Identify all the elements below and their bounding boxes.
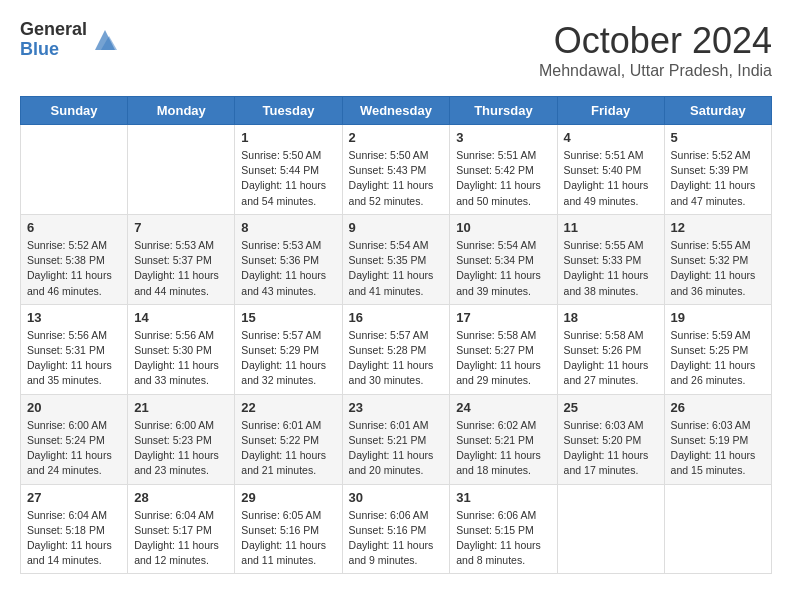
day-info: Sunrise: 6:04 AM Sunset: 5:17 PM Dayligh… [134,508,228,569]
page-header: General Blue October 2024 Mehndawal, Utt… [20,20,772,80]
day-number: 13 [27,310,121,325]
day-info: Sunrise: 5:50 AM Sunset: 5:43 PM Dayligh… [349,148,444,209]
calendar-day-cell: 31Sunrise: 6:06 AM Sunset: 5:15 PM Dayli… [450,484,557,574]
day-number: 2 [349,130,444,145]
day-info: Sunrise: 5:53 AM Sunset: 5:37 PM Dayligh… [134,238,228,299]
calendar-day-cell: 24Sunrise: 6:02 AM Sunset: 5:21 PM Dayli… [450,394,557,484]
calendar-week-row: 27Sunrise: 6:04 AM Sunset: 5:18 PM Dayli… [21,484,772,574]
day-number: 31 [456,490,550,505]
day-number: 12 [671,220,765,235]
day-number: 25 [564,400,658,415]
calendar-week-row: 13Sunrise: 5:56 AM Sunset: 5:31 PM Dayli… [21,304,772,394]
day-number: 15 [241,310,335,325]
day-info: Sunrise: 5:58 AM Sunset: 5:27 PM Dayligh… [456,328,550,389]
calendar-day-cell: 5Sunrise: 5:52 AM Sunset: 5:39 PM Daylig… [664,125,771,215]
calendar-day-cell: 2Sunrise: 5:50 AM Sunset: 5:43 PM Daylig… [342,125,450,215]
day-info: Sunrise: 6:01 AM Sunset: 5:22 PM Dayligh… [241,418,335,479]
day-info: Sunrise: 5:56 AM Sunset: 5:30 PM Dayligh… [134,328,228,389]
calendar-day-cell: 14Sunrise: 5:56 AM Sunset: 5:30 PM Dayli… [128,304,235,394]
day-info: Sunrise: 6:00 AM Sunset: 5:24 PM Dayligh… [27,418,121,479]
day-number: 20 [27,400,121,415]
calendar-day-header: Tuesday [235,97,342,125]
calendar-day-cell: 12Sunrise: 5:55 AM Sunset: 5:32 PM Dayli… [664,214,771,304]
calendar-day-cell: 8Sunrise: 5:53 AM Sunset: 5:36 PM Daylig… [235,214,342,304]
calendar-day-cell [557,484,664,574]
calendar-day-cell: 22Sunrise: 6:01 AM Sunset: 5:22 PM Dayli… [235,394,342,484]
day-number: 22 [241,400,335,415]
day-number: 7 [134,220,228,235]
calendar-day-cell: 7Sunrise: 5:53 AM Sunset: 5:37 PM Daylig… [128,214,235,304]
calendar-day-cell [128,125,235,215]
day-info: Sunrise: 5:56 AM Sunset: 5:31 PM Dayligh… [27,328,121,389]
calendar-day-cell [664,484,771,574]
day-info: Sunrise: 5:57 AM Sunset: 5:29 PM Dayligh… [241,328,335,389]
calendar-day-cell: 28Sunrise: 6:04 AM Sunset: 5:17 PM Dayli… [128,484,235,574]
day-info: Sunrise: 5:58 AM Sunset: 5:26 PM Dayligh… [564,328,658,389]
day-info: Sunrise: 5:50 AM Sunset: 5:44 PM Dayligh… [241,148,335,209]
calendar-body: 1Sunrise: 5:50 AM Sunset: 5:44 PM Daylig… [21,125,772,574]
day-number: 10 [456,220,550,235]
calendar-day-cell: 3Sunrise: 5:51 AM Sunset: 5:42 PM Daylig… [450,125,557,215]
calendar-day-header: Friday [557,97,664,125]
day-info: Sunrise: 5:53 AM Sunset: 5:36 PM Dayligh… [241,238,335,299]
calendar-day-cell: 10Sunrise: 5:54 AM Sunset: 5:34 PM Dayli… [450,214,557,304]
day-info: Sunrise: 5:52 AM Sunset: 5:39 PM Dayligh… [671,148,765,209]
day-number: 19 [671,310,765,325]
calendar-day-cell: 6Sunrise: 5:52 AM Sunset: 5:38 PM Daylig… [21,214,128,304]
calendar-table: SundayMondayTuesdayWednesdayThursdayFrid… [20,96,772,574]
day-number: 27 [27,490,121,505]
day-number: 5 [671,130,765,145]
day-number: 29 [241,490,335,505]
logo: General Blue [20,20,119,60]
day-info: Sunrise: 6:01 AM Sunset: 5:21 PM Dayligh… [349,418,444,479]
day-number: 26 [671,400,765,415]
day-info: Sunrise: 6:06 AM Sunset: 5:16 PM Dayligh… [349,508,444,569]
day-info: Sunrise: 5:52 AM Sunset: 5:38 PM Dayligh… [27,238,121,299]
calendar-day-cell: 27Sunrise: 6:04 AM Sunset: 5:18 PM Dayli… [21,484,128,574]
calendar-day-cell: 25Sunrise: 6:03 AM Sunset: 5:20 PM Dayli… [557,394,664,484]
day-info: Sunrise: 6:00 AM Sunset: 5:23 PM Dayligh… [134,418,228,479]
calendar-day-cell: 29Sunrise: 6:05 AM Sunset: 5:16 PM Dayli… [235,484,342,574]
day-number: 14 [134,310,228,325]
calendar-day-cell: 11Sunrise: 5:55 AM Sunset: 5:33 PM Dayli… [557,214,664,304]
calendar-day-header: Sunday [21,97,128,125]
calendar-day-cell: 26Sunrise: 6:03 AM Sunset: 5:19 PM Dayli… [664,394,771,484]
day-info: Sunrise: 5:59 AM Sunset: 5:25 PM Dayligh… [671,328,765,389]
logo-icon [91,26,119,54]
calendar-day-cell: 17Sunrise: 5:58 AM Sunset: 5:27 PM Dayli… [450,304,557,394]
calendar-day-header: Thursday [450,97,557,125]
day-number: 23 [349,400,444,415]
day-info: Sunrise: 6:03 AM Sunset: 5:20 PM Dayligh… [564,418,658,479]
day-number: 24 [456,400,550,415]
calendar-day-cell: 15Sunrise: 5:57 AM Sunset: 5:29 PM Dayli… [235,304,342,394]
calendar-header-row: SundayMondayTuesdayWednesdayThursdayFrid… [21,97,772,125]
calendar-day-cell: 4Sunrise: 5:51 AM Sunset: 5:40 PM Daylig… [557,125,664,215]
day-info: Sunrise: 5:51 AM Sunset: 5:40 PM Dayligh… [564,148,658,209]
calendar-week-row: 6Sunrise: 5:52 AM Sunset: 5:38 PM Daylig… [21,214,772,304]
calendar-day-cell: 1Sunrise: 5:50 AM Sunset: 5:44 PM Daylig… [235,125,342,215]
day-info: Sunrise: 5:55 AM Sunset: 5:32 PM Dayligh… [671,238,765,299]
day-number: 8 [241,220,335,235]
day-number: 17 [456,310,550,325]
day-info: Sunrise: 5:54 AM Sunset: 5:34 PM Dayligh… [456,238,550,299]
day-number: 4 [564,130,658,145]
day-info: Sunrise: 5:54 AM Sunset: 5:35 PM Dayligh… [349,238,444,299]
day-info: Sunrise: 6:05 AM Sunset: 5:16 PM Dayligh… [241,508,335,569]
calendar-week-row: 20Sunrise: 6:00 AM Sunset: 5:24 PM Dayli… [21,394,772,484]
day-number: 11 [564,220,658,235]
day-number: 30 [349,490,444,505]
calendar-week-row: 1Sunrise: 5:50 AM Sunset: 5:44 PM Daylig… [21,125,772,215]
location-title: Mehndawal, Uttar Pradesh, India [539,62,772,80]
calendar-day-cell [21,125,128,215]
day-info: Sunrise: 6:02 AM Sunset: 5:21 PM Dayligh… [456,418,550,479]
day-number: 28 [134,490,228,505]
calendar-day-cell: 30Sunrise: 6:06 AM Sunset: 5:16 PM Dayli… [342,484,450,574]
day-number: 6 [27,220,121,235]
calendar-day-cell: 21Sunrise: 6:00 AM Sunset: 5:23 PM Dayli… [128,394,235,484]
day-info: Sunrise: 6:06 AM Sunset: 5:15 PM Dayligh… [456,508,550,569]
month-title: October 2024 [539,20,772,62]
title-section: October 2024 Mehndawal, Uttar Pradesh, I… [539,20,772,80]
day-number: 16 [349,310,444,325]
day-info: Sunrise: 6:04 AM Sunset: 5:18 PM Dayligh… [27,508,121,569]
calendar-day-cell: 19Sunrise: 5:59 AM Sunset: 5:25 PM Dayli… [664,304,771,394]
